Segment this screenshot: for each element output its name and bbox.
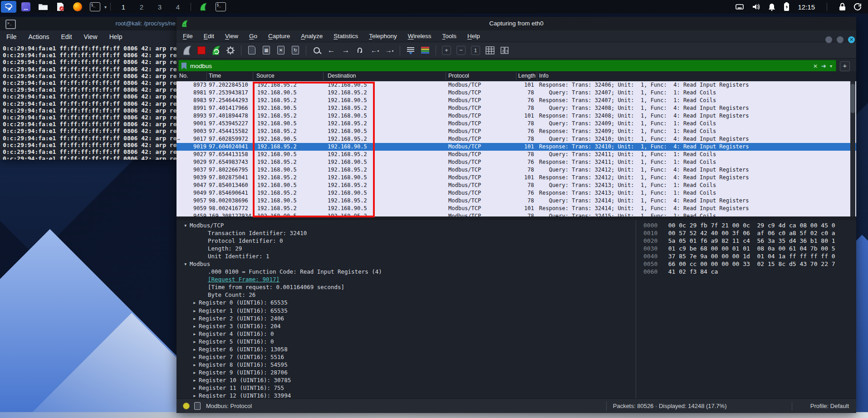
firefox-icon[interactable]	[70, 1, 85, 13]
menu-help[interactable]: Help	[467, 33, 480, 39]
kali-menu-icon[interactable]	[1, 1, 16, 13]
workspace-2[interactable]: 2	[132, 3, 151, 11]
workspace-3[interactable]: 3	[151, 3, 169, 11]
expand-twisty-icon[interactable]: ▸	[193, 307, 199, 315]
close-file-icon[interactable]: ✕	[275, 44, 287, 56]
menu-wireless[interactable]: Wireless	[408, 33, 432, 39]
zoom-out-icon[interactable]: −	[455, 44, 467, 56]
terminal-dropdown-chevron[interactable]: ▾	[104, 5, 107, 10]
tree-leaf[interactable]: .000 0100 = Function Code: Read Input Re…	[177, 268, 635, 275]
packet-details-pane[interactable]: ▾Modbus/TCP Transaction Identifier: 3241…	[177, 220, 635, 400]
menu-edit[interactable]: Edit	[204, 33, 214, 39]
tree-node[interactable]: ▸Register 7 (UINT16): 5516	[177, 353, 635, 361]
tree-node[interactable]: ▸Register 0 (UINT16): 65535	[177, 299, 635, 306]
column-header-no[interactable]: No.	[179, 73, 188, 79]
workspace-4[interactable]: 4	[169, 3, 187, 11]
close-button[interactable]: ✕	[848, 36, 855, 43]
layout-columns-icon[interactable]: 23	[499, 44, 510, 56]
tree-leaf[interactable]: [Request Frame: 9017]	[177, 275, 635, 283]
menu-view[interactable]: View	[225, 33, 238, 39]
hex-row[interactable]: 0050 66 00 cc 00 00 00 00 33 02 15 8c d5…	[643, 260, 856, 268]
expand-twisty-icon[interactable]: ▸	[193, 376, 199, 384]
filter-input[interactable]: modbus	[190, 63, 212, 69]
terminal-launcher-icon[interactable]: $_	[87, 1, 103, 13]
request-frame-link[interactable]: [Request Frame: 9017]	[208, 276, 280, 283]
go-first-icon[interactable]: ←•	[369, 44, 381, 56]
tree-leaf[interactable]: [Time from request: 0.001164069 seconds]	[177, 283, 635, 291]
hex-row[interactable]: 0020 5a 05 01 f6 a9 82 11 c4 56 3a 35 d4…	[643, 237, 856, 245]
lock-icon[interactable]	[839, 3, 846, 11]
tree-leaf[interactable]: Unit Identifier: 1	[177, 252, 635, 260]
tree-node[interactable]: ▸Register 3 (UINT16): 204	[177, 322, 635, 330]
terminal-menu-actions[interactable]: Actions	[29, 33, 49, 40]
tree-node[interactable]: ▸Register 9 (UINT16): 28706	[177, 369, 635, 376]
column-header-time[interactable]: Time	[209, 73, 221, 79]
column-resize-handle[interactable]	[516, 72, 516, 80]
go-last-icon[interactable]: →•	[383, 44, 395, 56]
hex-row[interactable]: 0010 00 57 52 42 40 00 3f 06 af 06 c0 a8…	[643, 229, 856, 237]
tree-node[interactable]: ▸Register 5 (UINT16): 0	[177, 338, 635, 345]
find-packet-icon[interactable]	[311, 44, 323, 56]
expand-twisty-icon[interactable]: ▸	[193, 361, 199, 369]
hex-row[interactable]: 0060 41 02 f3 84 ca	[643, 268, 856, 275]
tree-node[interactable]: ▾Modbus/TCP	[177, 221, 635, 229]
expand-twisty-icon[interactable]: ▸	[193, 369, 199, 376]
tree-leaf[interactable]: Byte Count: 26	[177, 291, 635, 299]
tree-node[interactable]: ▸Register 6 (UINT16): 13058	[177, 345, 635, 353]
packet-list-scrollbar[interactable]	[850, 81, 855, 216]
expand-twisty-icon[interactable]: ▸	[193, 353, 199, 361]
column-header-protocol[interactable]: Protocol	[448, 73, 469, 79]
hex-row[interactable]: 0000 00 0c 29 fb 7f 21 00 0c 29 c9 4d ca…	[643, 221, 856, 229]
menu-tools[interactable]: Tools	[442, 33, 457, 39]
terminal-task-icon[interactable]: $_	[213, 1, 228, 13]
power-icon[interactable]	[854, 3, 862, 11]
tree-leaf[interactable]: Protocol Identifier: 0	[177, 237, 635, 245]
auto-scroll-icon[interactable]	[405, 44, 417, 56]
terminal-menu-help[interactable]: Help	[109, 33, 123, 40]
minimize-button[interactable]	[825, 36, 832, 43]
expand-twisty-icon[interactable]: ▾	[184, 260, 190, 268]
column-resize-handle[interactable]	[323, 72, 324, 80]
expand-twisty-icon[interactable]: ▸	[193, 322, 199, 330]
save-file-icon[interactable]: ▦	[260, 44, 272, 56]
menu-go[interactable]: Go	[249, 33, 257, 39]
file-manager-icon[interactable]	[35, 1, 51, 13]
wireshark-titlebar[interactable]: Capturing from eth0	[177, 17, 856, 30]
restart-capture-icon[interactable]	[210, 44, 222, 56]
capture-comment-icon[interactable]	[194, 402, 201, 410]
clear-filter-icon[interactable]: ✕	[813, 63, 818, 69]
tree-node[interactable]: ▸Register 11 (UINT16): 755	[177, 384, 635, 392]
column-header-length[interactable]: Length	[518, 73, 535, 79]
terminal-titlebar[interactable]: >_ root@kali: /proc/sys/ne	[0, 17, 177, 30]
go-to-packet-icon[interactable]	[354, 44, 366, 56]
workspace-1[interactable]: 1	[114, 3, 132, 11]
display-filter-bar[interactable]: modbus ✕ ➔ ▾	[178, 60, 836, 72]
tree-leaf[interactable]: Transaction Identifier: 32410	[177, 229, 635, 237]
terminal-output[interactable]: 0:c:29:94:fa:e1 ff:ff:ff:ff:ff:ff 0806 4…	[0, 43, 177, 160]
zoom-normal-icon[interactable]: 1	[470, 44, 481, 56]
menu-statistics[interactable]: Statistics	[333, 33, 358, 39]
menu-analyze[interactable]: Analyze	[301, 33, 323, 39]
hex-row[interactable]: 0040 37 85 7e 9a 00 00 00 1d 01 04 1a ff…	[643, 252, 856, 260]
capture-options-gear-icon[interactable]	[225, 44, 236, 56]
expand-twisty-icon[interactable]: ▾	[184, 221, 190, 229]
terminal-menu-view[interactable]: View	[84, 33, 98, 40]
text-editor-icon[interactable]	[53, 1, 68, 13]
reload-file-icon[interactable]: ↻	[289, 44, 301, 56]
zoom-in-icon[interactable]: +	[441, 44, 452, 56]
apps-icon[interactable]: •••	[18, 1, 34, 13]
column-resize-handle[interactable]	[446, 72, 446, 80]
stop-capture-icon[interactable]	[196, 44, 207, 56]
profile-label[interactable]: Profile: Default	[792, 403, 856, 409]
expand-twisty-icon[interactable]: ▸	[193, 330, 199, 338]
filter-dropdown-chevron[interactable]: ▾	[830, 64, 832, 69]
tree-node[interactable]: ▸Register 1 (UINT16): 65535	[177, 307, 635, 315]
panel-clock[interactable]: 12:15	[798, 3, 815, 11]
filter-bookmark-icon[interactable]	[181, 63, 186, 69]
tree-node[interactable]: ▸Register 8 (UINT16): 54595	[177, 361, 635, 369]
terminal-menu-file[interactable]: File	[6, 33, 17, 40]
expert-info-icon[interactable]	[183, 403, 190, 409]
notifications-bell-icon[interactable]	[768, 3, 775, 11]
menu-telephony[interactable]: Telephony	[369, 33, 397, 39]
scrollbar-thumb[interactable]	[851, 84, 855, 113]
